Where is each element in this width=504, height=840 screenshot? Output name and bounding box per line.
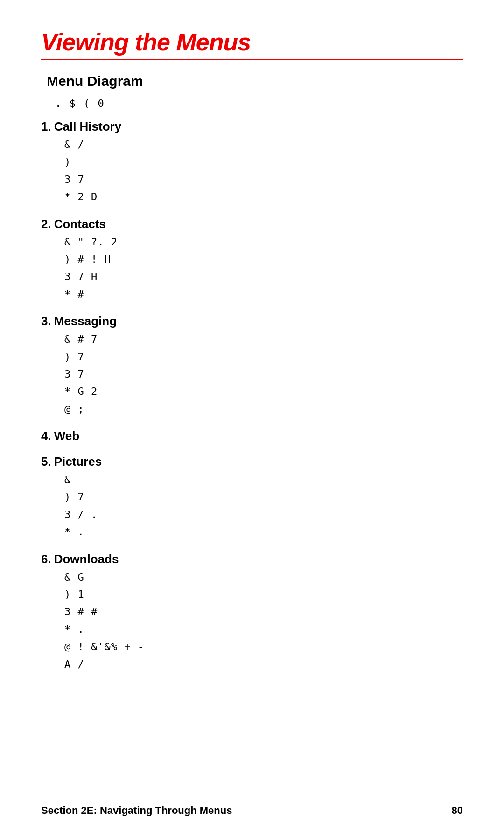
sub-item: 3 # #	[64, 603, 463, 620]
item-label: Contacts	[54, 217, 106, 231]
menu-item: 4.Web	[41, 429, 463, 443]
item-label: Call History	[54, 119, 122, 133]
sub-items: & G) 13 # #* .@ ! &'&% + -A /	[64, 568, 463, 673]
item-number: 1.	[41, 119, 51, 133]
menu-item-title: 3.Messaging	[41, 314, 463, 329]
item-number: 5.	[41, 455, 51, 469]
item-label: Messaging	[54, 314, 117, 328]
item-number: 6.	[41, 552, 51, 566]
menu-item-title: 6.Downloads	[41, 552, 463, 567]
footer-page-number: 80	[452, 805, 463, 817]
menu-item: 3.Messaging& # 7) 73 7* G 2@ ;	[41, 314, 463, 418]
item-number: 4.	[41, 429, 51, 443]
sub-item: 3 7	[64, 365, 463, 383]
item-number: 3.	[41, 314, 51, 328]
item-label: Pictures	[54, 455, 102, 469]
page-container: Viewing the Menus Menu Diagram . $ ( 0 1…	[0, 0, 504, 840]
menu-item-title: 2.Contacts	[41, 217, 463, 231]
footer-section-label: Section 2E: Navigating Through Menus	[41, 805, 232, 817]
sub-item: & " ?. 2	[64, 233, 463, 251]
sub-item: @ ! &'&% + -	[64, 638, 463, 655]
sub-item: * #	[64, 286, 463, 303]
section-heading: Menu Diagram	[47, 73, 463, 89]
sub-item: & /	[64, 136, 463, 153]
item-number: 2.	[41, 217, 51, 231]
page-title: Viewing the Menus	[41, 28, 463, 56]
menu-item: 5.Pictures&) 73 / .* .	[41, 455, 463, 541]
menu-item: 6.Downloads& G) 13 # #* .@ ! &'&% + -A /	[41, 552, 463, 673]
sub-item: A /	[64, 656, 463, 673]
menu-item-title: 1.Call History	[41, 119, 463, 134]
sub-item: * 2 D	[64, 188, 463, 205]
sub-item: 3 7 H	[64, 268, 463, 285]
sub-item: 3 / .	[64, 506, 463, 523]
sub-items: &) 73 / .* .	[64, 471, 463, 541]
sub-items: & # 7) 73 7* G 2@ ;	[64, 330, 463, 418]
title-divider	[41, 59, 463, 60]
sub-item: * .	[64, 523, 463, 540]
sub-items: & " ?. 2) # ! H3 7 H* #	[64, 233, 463, 303]
intro-row: . $ ( 0	[55, 98, 463, 109]
item-label: Downloads	[54, 552, 119, 566]
sub-item: & G	[64, 568, 463, 586]
sub-item: ) 7	[64, 488, 463, 505]
sub-item: & # 7	[64, 330, 463, 348]
sub-item: ) 1	[64, 586, 463, 603]
footer: Section 2E: Navigating Through Menus 80	[41, 805, 463, 817]
sub-item: 3 7	[64, 171, 463, 188]
sub-item: * G 2	[64, 383, 463, 400]
menu-list: 1.Call History& /)3 7* 2 D2.Contacts& " …	[41, 119, 463, 673]
sub-item: @ ;	[64, 400, 463, 418]
menu-item: 1.Call History& /)3 7* 2 D	[41, 119, 463, 206]
menu-item: 2.Contacts& " ?. 2) # ! H3 7 H* #	[41, 217, 463, 303]
sub-item: * .	[64, 621, 463, 638]
sub-item: )	[64, 153, 463, 170]
menu-item-title: 4.Web	[41, 429, 463, 443]
menu-item-title: 5.Pictures	[41, 455, 463, 469]
item-label: Web	[54, 429, 79, 443]
sub-item: ) # ! H	[64, 251, 463, 268]
sub-items: & /)3 7* 2 D	[64, 136, 463, 206]
sub-item: ) 7	[64, 348, 463, 365]
sub-item: &	[64, 471, 463, 488]
